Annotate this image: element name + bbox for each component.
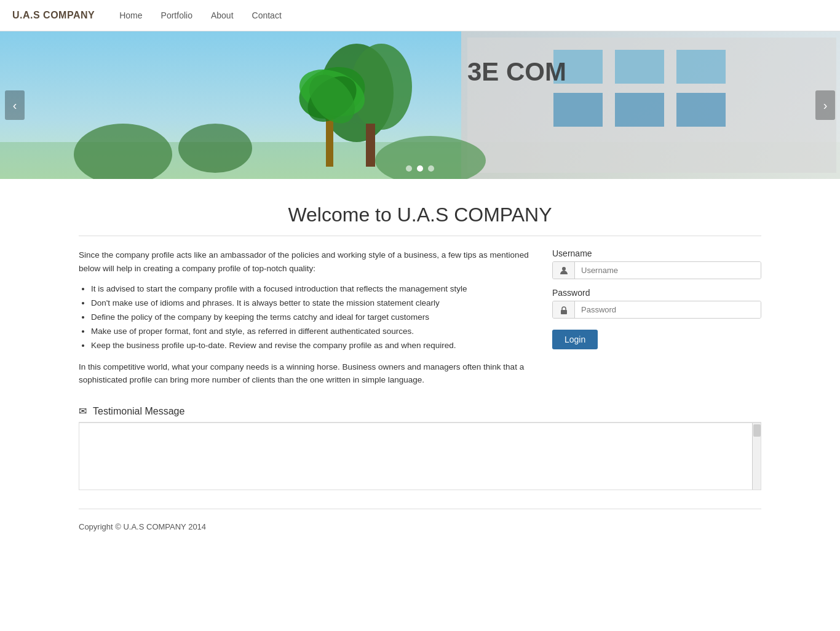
svg-point-15 [178,124,252,173]
lock-icon [553,301,575,318]
indicator-3[interactable] [428,165,434,172]
nav-contact[interactable]: Contact [252,10,282,20]
carousel-prev-button[interactable]: ‹ [5,90,25,120]
carousel-next-button[interactable]: › [815,90,835,120]
testimonial-title: Testimonial Message [93,406,184,417]
tips-list: It is advised to start the company profi… [91,282,534,353]
svg-text:3E COM: 3E COM [467,57,566,86]
testimonial-header: ✉ Testimonial Message [79,405,761,417]
testimonial-section: ✉ Testimonial Message [79,405,761,490]
svg-point-22 [562,267,566,271]
intro-text: Since the company profile acts like an a… [79,248,534,275]
carousel-slide: 3E COM [0,31,840,179]
tip-4: Make use of proper format, font and styl… [91,325,534,339]
username-input[interactable] [575,262,761,279]
carousel: 3E COM ‹ › [0,31,840,179]
nav-portfolio[interactable]: Portfolio [161,10,192,20]
tip-1: It is advised to start the company profi… [91,282,534,296]
content-row: Since the company profile acts like an a… [79,248,761,387]
footer-copyright: Copyright © U.A.S COMPANY 2014 [79,522,206,531]
user-icon [553,262,575,279]
tip-3: Define the policy of the company by keep… [91,311,534,325]
nav-links: Home Portfolio About Contact [119,10,282,20]
login-panel: Username Password [552,248,761,349]
footer-text: Copyright © U.A.S COMPANY 2014 [79,522,206,531]
svg-rect-9 [676,93,726,127]
testimonial-area [79,423,761,490]
password-input-group [552,301,761,319]
content-left: Since the company profile acts like an a… [79,248,534,387]
svg-rect-7 [553,93,603,127]
password-label: Password [552,288,761,298]
svg-rect-13 [366,124,375,167]
svg-rect-8 [615,93,664,127]
tip-2: Don't make use of idioms and phrases. It… [91,296,534,311]
svg-rect-6 [676,50,726,84]
scrollbar-thumb [753,424,761,437]
brand-logo: U.A.S COMPANY [12,10,95,21]
svg-rect-5 [615,50,664,84]
login-button[interactable]: Login [552,330,598,349]
indicator-1[interactable] [406,165,412,172]
title-divider [79,236,761,236]
nav-home[interactable]: Home [119,10,142,20]
welcome-title: Welcome to U.A.S COMPANY [79,204,761,226]
testimonial-icon: ✉ [79,405,87,417]
footer: Copyright © U.A.S COMPANY 2014 [79,509,761,541]
username-group: Username [552,248,761,279]
username-label: Username [552,248,761,258]
indicator-2[interactable] [417,165,423,172]
login-form: Username Password [552,248,761,349]
password-input[interactable] [575,301,761,318]
testimonial-scrollbar[interactable] [752,423,761,490]
svg-rect-23 [561,310,567,314]
nav-about[interactable]: About [211,10,234,20]
closing-text: In this competitive world, what your com… [79,360,534,387]
password-group: Password [552,288,761,319]
username-input-group [552,261,761,279]
main-container: Welcome to U.A.S COMPANY Since the compa… [66,179,774,553]
carousel-indicators [406,165,434,172]
tip-5: Keep the business profile up-to-date. Re… [91,339,534,353]
navbar: U.A.S COMPANY Home Portfolio About Conta… [0,0,840,31]
